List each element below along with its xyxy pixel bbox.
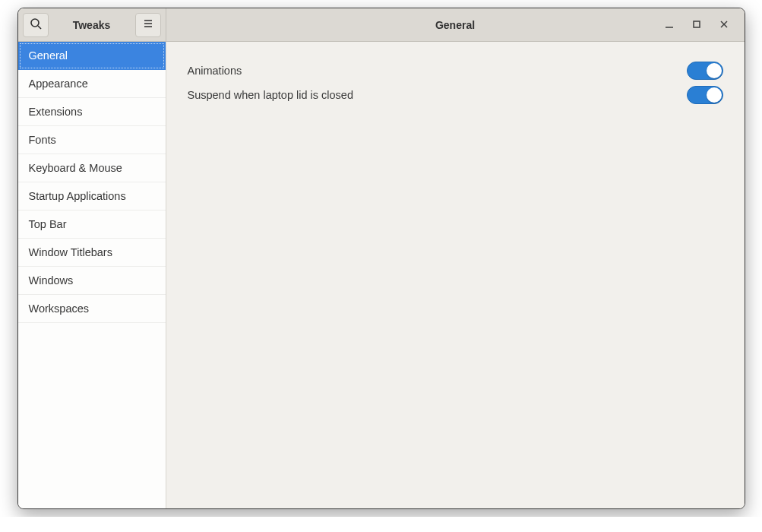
sidebar-item-startup-applications[interactable]: Startup Applications [18,182,166,211]
sidebar-item-label: Keyboard & Mouse [29,162,122,174]
search-icon [30,17,42,33]
svg-point-0 [31,19,39,27]
sidebar-item-label: Window Titlebars [29,246,112,258]
svg-line-1 [38,26,41,29]
setting-label: Suspend when laptop lid is closed [188,89,353,101]
window-body: GeneralAppearanceExtensionsFontsKeyboard… [18,42,745,508]
sidebar-item-label: Workspaces [29,302,90,315]
setting-label: Animations [188,65,242,77]
sidebar-item-label: Windows [29,274,74,287]
sidebar-item-window-titlebars[interactable]: Window Titlebars [18,239,166,267]
close-icon [719,18,729,32]
content-pane: AnimationsSuspend when laptop lid is clo… [166,42,745,508]
sidebar-item-label: General [29,49,68,62]
svg-rect-6 [694,21,700,27]
sidebar-item-extensions[interactable]: Extensions [18,98,166,126]
setting-row-suspend-when-laptop-lid-is-closed: Suspend when laptop lid is closed [188,83,723,107]
minimize-icon [665,18,674,32]
sidebar-item-label: Appearance [29,78,88,90]
setting-row-animations: Animations [188,59,723,83]
titlebar: Tweaks General [18,8,745,42]
sidebar-item-windows[interactable]: Windows [18,267,166,295]
titlebar-left-section: Tweaks [18,8,166,41]
app-title: Tweaks [52,19,132,31]
hamburger-icon [142,17,154,33]
window-controls [662,8,738,41]
sidebar-item-keyboard-mouse[interactable]: Keyboard & Mouse [18,154,166,182]
page-title: General [166,19,745,31]
sidebar-item-label: Extensions [29,106,83,118]
app-window: Tweaks General [17,8,745,509]
close-button[interactable] [717,18,731,32]
sidebar-item-label: Fonts [29,134,56,146]
sidebar-item-general[interactable]: General [18,42,166,70]
sidebar-item-label: Top Bar [29,218,67,230]
maximize-icon [692,18,701,32]
toggle-suspend-when-laptop-lid-is-closed[interactable] [687,86,723,104]
minimize-button[interactable] [662,18,676,32]
titlebar-right-section: General [166,8,745,41]
sidebar-item-appearance[interactable]: Appearance [18,70,166,98]
sidebar-item-fonts[interactable]: Fonts [18,126,166,154]
toggle-animations[interactable] [687,62,723,80]
maximize-button[interactable] [690,18,704,32]
sidebar-item-label: Startup Applications [29,190,126,202]
sidebar: GeneralAppearanceExtensionsFontsKeyboard… [18,42,166,508]
menu-button[interactable] [135,13,161,37]
sidebar-item-workspaces[interactable]: Workspaces [18,295,166,323]
search-button[interactable] [23,13,49,37]
sidebar-item-top-bar[interactable]: Top Bar [18,211,166,239]
